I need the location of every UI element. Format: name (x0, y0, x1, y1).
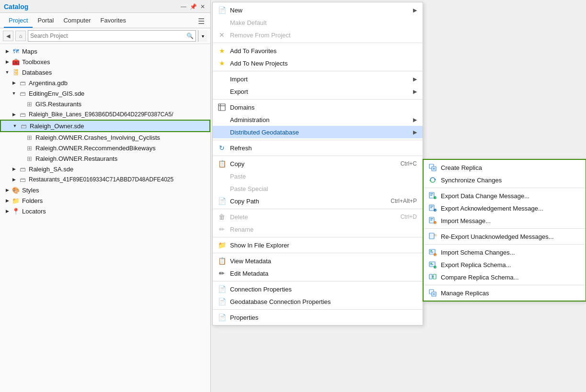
submenu-item-re-export[interactable]: ↻ Re-Export Unacknowledged Messages... (424, 230, 586, 243)
submenu-item-manage-replicas[interactable]: Manage Replicas (424, 287, 586, 299)
catalog-tab-menu[interactable]: ☰ (196, 15, 207, 28)
tree-container: ▶ 🗺 Maps ▶ 🧰 Toolboxes ▼ 🗄 Databases ▶ 🗃… (0, 44, 210, 392)
recommended-label: Raleigh.OWNER.ReccommendedBikeways (35, 145, 156, 152)
argentina-label: Argentina.gdb (29, 79, 68, 87)
tree-item-crashes[interactable]: ⊞ Raleigh.OWNER.Crashes_Involving_Cyclis… (0, 132, 210, 143)
create-replica-icon (428, 163, 437, 172)
svg-text:↙: ↙ (435, 253, 437, 256)
menu-item-copy-path[interactable]: 📄 Copy Path Ctrl+Alt+P (213, 195, 423, 207)
menu-item-distributed-geodatabase[interactable]: Distributed Geodatabase ▶ (213, 126, 423, 138)
tree-item-raleigh-bike[interactable]: ▶ 🗃 Raleigh_Bike_Lanes_E963B6D5D4D64D229… (0, 109, 210, 120)
import-label: Import (230, 76, 413, 83)
search-dropdown-button[interactable]: ▾ (198, 30, 207, 42)
menu-item-show-file-explorer[interactable]: 📁 Show In File Explorer (213, 239, 423, 251)
restaurants-label: Raleigh.OWNER.Restaurants (35, 155, 117, 162)
menu-item-export[interactable]: Export ▶ (213, 85, 423, 98)
toolboxes-label: Toolboxes (22, 58, 50, 66)
connection-properties-icon: 📄 (218, 285, 226, 293)
domains-label: Domains (230, 104, 417, 111)
svg-rect-0 (218, 104, 225, 111)
pin-icon[interactable]: 📌 (189, 3, 197, 11)
svg-rect-29 (430, 252, 433, 253)
submenu-item-synchronize-changes[interactable]: Synchronize Changes (424, 174, 586, 186)
svg-text:↙: ↙ (435, 221, 437, 224)
menu-item-view-metadata[interactable]: 📋 View Metadata (213, 255, 423, 267)
tree-item-argentina[interactable]: ▶ 🗃 Argentina.gdb (0, 78, 210, 88)
menu-item-geodatabase-connection-properties[interactable]: 📄 Geodatabase Connection Properties (213, 295, 423, 308)
menu-item-add-new-projects[interactable]: ★ Add To New Projects (213, 57, 423, 69)
submenu-item-import-message[interactable]: ↙ Import Message... (424, 214, 586, 227)
sep4 (213, 140, 423, 140)
tree-item-raleigh-sa[interactable]: ▶ 🗃 Raleigh_SA.sde (0, 164, 210, 174)
export-arrow: ▶ (413, 89, 417, 95)
tree-item-raleigh-owner[interactable]: ▼ 🗃 Raleigh_Owner.sde (0, 120, 210, 132)
distributed-geodatabase-label: Distributed Geodatabase (230, 129, 413, 136)
close-icon[interactable]: ✕ (199, 3, 207, 11)
back-button[interactable]: ◀ (3, 31, 13, 41)
tree-item-toolboxes[interactable]: ▶ 🧰 Toolboxes (0, 56, 210, 67)
expand-raleigh-bike: ▶ (11, 111, 17, 118)
menu-item-copy[interactable]: 📋 Copy Ctrl+C (213, 157, 423, 170)
menu-item-edit-metadata[interactable]: ✏ Edit Metadata (213, 267, 423, 280)
menu-item-administration[interactable]: Administration ▶ (213, 113, 423, 126)
expand-maps: ▶ (4, 48, 11, 55)
export-label: Export (230, 88, 413, 95)
submenu-item-export-replica-schema[interactable]: ↗ Export Replica Schema... (424, 258, 586, 271)
menu-item-add-favorites[interactable]: ★ Add To Favorites (213, 45, 423, 57)
copy-path-icon: 📄 (218, 197, 226, 205)
create-replica-label: Create Replica (441, 164, 580, 171)
new-arrow: ▶ (413, 7, 417, 13)
context-menu-main: 📄 New ▶ Make Default ✕ Remove From Proje… (212, 2, 423, 325)
tab-favorites[interactable]: Favorites (96, 15, 131, 28)
tree-item-gis-restaurants[interactable]: ⊞ GIS.Restaurants (0, 99, 210, 109)
tab-portal[interactable]: Portal (33, 15, 58, 28)
menu-item-refresh[interactable]: ↻ Refresh (213, 142, 423, 154)
tree-item-recommended[interactable]: ⊞ Raleigh.OWNER.ReccommendedBikeways (0, 143, 210, 153)
menu-item-new[interactable]: 📄 New ▶ (213, 4, 423, 16)
tree-item-editingenv[interactable]: ▼ 🗃 EditingEnv_GIS.sde (0, 88, 210, 99)
search-icon[interactable]: 🔍 (186, 33, 194, 39)
raleigh-owner-label: Raleigh_Owner.sde (30, 123, 84, 130)
toolboxes-icon: 🧰 (11, 57, 20, 66)
tab-project[interactable]: Project (4, 15, 33, 28)
spacer-crashes (17, 134, 24, 141)
folders-icon: 📁 (11, 196, 20, 205)
submenu-item-compare-replica-schema[interactable]: ↔ Compare Replica Schema... (424, 271, 586, 283)
home-button[interactable]: ⌂ (15, 31, 26, 41)
sep7 (213, 237, 423, 237)
copy-icon: 📋 (218, 159, 226, 168)
synchronize-changes-label: Synchronize Changes (441, 177, 580, 184)
re-export-label: Re-Export Unacknowledged Messages... (441, 233, 580, 240)
tree-item-databases[interactable]: ▼ 🗄 Databases (0, 67, 210, 78)
svg-text:↗: ↗ (435, 196, 437, 199)
properties-icon: 📄 (218, 313, 226, 322)
copy-path-label: Copy Path (230, 198, 376, 205)
new-icon: 📄 (218, 6, 226, 14)
menu-item-properties[interactable]: 📄 Properties (213, 311, 423, 324)
menu-item-import[interactable]: Import ▶ (213, 73, 423, 85)
add-favorites-label: Add To Favorites (230, 47, 417, 55)
tree-item-folders[interactable]: ▶ 📁 Folders (0, 195, 210, 206)
submenu-item-import-schema[interactable]: ↙ Import Schema Changes... (424, 246, 586, 258)
search-input[interactable] (30, 33, 186, 39)
favorites-icon: ★ (218, 46, 226, 55)
tree-item-locators[interactable]: ▶ 📍 Locators (0, 206, 210, 216)
tree-item-maps[interactable]: ▶ 🗺 Maps (0, 46, 210, 56)
tree-item-styles[interactable]: ▶ 🎨 Styles (0, 185, 210, 195)
expand-toolboxes: ▶ (4, 58, 11, 65)
expand-locators: ▶ (4, 208, 11, 214)
tree-item-restaurants41[interactable]: ▶ 🗃 Restaurants_41F89E0169334C71ABBD7D48… (0, 174, 210, 185)
tab-computer[interactable]: Computer (58, 15, 95, 28)
manage-replicas-label: Manage Replicas (441, 290, 580, 297)
menu-item-domains[interactable]: Domains (213, 101, 423, 113)
submenu-item-export-data-change[interactable]: ↗ Export Data Change Message... (424, 190, 586, 202)
maps-icon: 🗺 (11, 47, 20, 56)
tree-item-restaurants[interactable]: ⊞ Raleigh.OWNER.Restaurants (0, 153, 210, 164)
submenu-item-create-replica[interactable]: Create Replica (424, 161, 586, 174)
minimize-icon[interactable]: — (180, 3, 187, 11)
sep9 (213, 281, 423, 281)
submenu-item-export-ack[interactable]: ✓ Export Acknowledgement Message... (424, 202, 586, 214)
context-menu-sub: Create Replica Synchronize Changes ↗ Exp… (423, 159, 586, 302)
menu-item-connection-properties[interactable]: 📄 Connection Properties (213, 283, 423, 295)
svg-text:✓: ✓ (435, 209, 437, 212)
